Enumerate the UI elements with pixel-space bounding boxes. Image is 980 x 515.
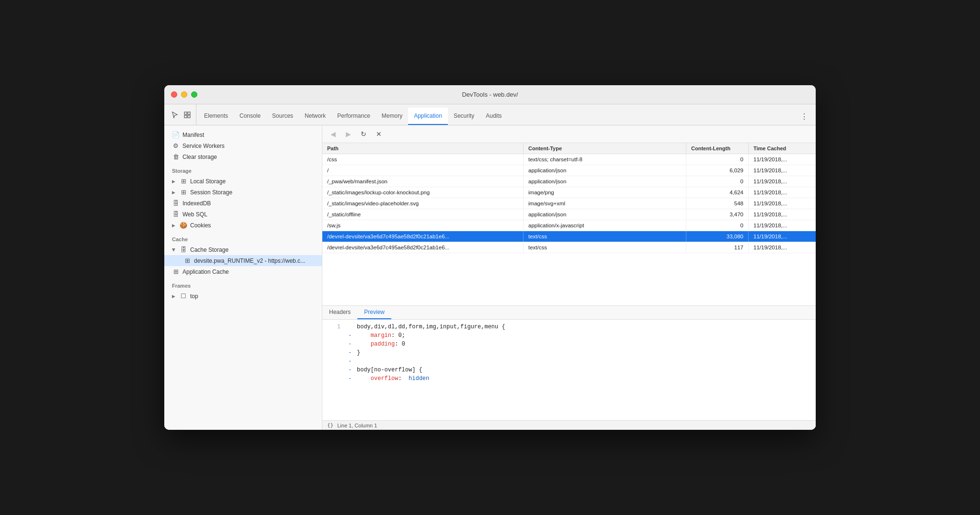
refresh-button[interactable]: ↻ xyxy=(358,128,369,140)
clear-button[interactable]: ✕ xyxy=(373,128,385,140)
tab-performance[interactable]: Performance xyxy=(331,108,376,125)
expand-cache-storage-icon xyxy=(172,247,177,252)
cache-storage-label: Cache Storage xyxy=(190,246,228,253)
th-content-type: Content-Type xyxy=(524,143,686,154)
td-time-cached: 11/19/2018,... xyxy=(749,198,816,209)
td-content-type: application/json xyxy=(524,209,686,220)
table-row[interactable]: /_static/images/lockup-color-knockout.pn… xyxy=(322,187,816,198)
tab-elements[interactable]: Elements xyxy=(198,108,234,125)
line-content-3: padding: 0 xyxy=(357,341,405,349)
tab-memory[interactable]: Memory xyxy=(376,108,408,125)
cookies-icon: 🍪 xyxy=(180,222,187,229)
line-number-4 xyxy=(326,349,341,358)
sidebar-item-manifest[interactable]: 📄 Manifest xyxy=(164,129,322,140)
tab-preview[interactable]: Preview xyxy=(357,306,391,319)
frames-top-label: top xyxy=(190,293,198,300)
td-path: /_static/images/lockup-color-knockout.pn… xyxy=(322,187,524,198)
table-row[interactable]: /sw.js application/x-javascript 0 11/19/… xyxy=(322,220,816,231)
content-toolbar: ◀ ▶ ↻ ✕ xyxy=(322,125,816,143)
td-time-cached: 11/19/2018,... xyxy=(749,187,816,198)
table-row[interactable]: /_static/offline application/json 3,470 … xyxy=(322,209,816,220)
sidebar-clear-storage-label: Clear storage xyxy=(182,154,316,160)
cursor-icon[interactable] xyxy=(170,110,180,120)
table-row[interactable]: /devrel-devsite/va3e6d7c495ae58d2f0c21ab… xyxy=(322,231,816,242)
sidebar-web-sql[interactable]: 🗄 Web SQL xyxy=(164,209,322,220)
td-time-cached: 11/19/2018,... xyxy=(749,154,816,165)
sidebar-service-workers-label: Service Workers xyxy=(182,143,316,149)
td-time-cached: 11/19/2018,... xyxy=(749,242,816,253)
minimize-button[interactable] xyxy=(181,91,187,98)
sidebar-item-clear-storage[interactable]: 🗑 Clear storage xyxy=(164,151,322,162)
traffic-lights xyxy=(171,91,197,98)
sidebar-manifest-label: Manifest xyxy=(182,132,316,138)
td-content-type: text/css xyxy=(524,242,686,253)
code-line-7: - overflow: hidden xyxy=(322,375,816,384)
code-line-5: - xyxy=(322,358,816,367)
td-content-type: image/png xyxy=(524,187,686,198)
sidebar-cookies[interactable]: 🍪 Cookies xyxy=(164,220,322,231)
storage-section-header: Storage xyxy=(164,162,322,176)
tab-security[interactable]: Security xyxy=(448,108,480,125)
more-tabs-button[interactable]: ⋮ xyxy=(795,108,814,125)
line-minus-3: - xyxy=(348,341,355,349)
code-viewer: 1 body,div,dl,dd,form,img,input,figure,m… xyxy=(322,320,816,388)
inspector-icon[interactable] xyxy=(182,110,192,120)
cache-devsite-label: devsite.pwa_RUNTIME_v2 - https://web.c..… xyxy=(194,258,316,264)
sidebar-item-service-workers[interactable]: ⚙ Service Workers xyxy=(164,140,322,151)
expand-local-storage-icon xyxy=(172,179,177,184)
close-button[interactable] xyxy=(171,91,177,98)
td-content-length: 4,624 xyxy=(686,187,749,198)
frames-section-header: Frames xyxy=(164,277,322,291)
svg-rect-2 xyxy=(184,115,187,118)
tab-console[interactable]: Console xyxy=(234,108,266,125)
service-workers-icon: ⚙ xyxy=(172,142,180,149)
sidebar-cache-devsite[interactable]: ⊞ devsite.pwa_RUNTIME_v2 - https://web.c… xyxy=(164,255,322,266)
code-line-4: - } xyxy=(322,349,816,358)
local-storage-icon: ⊞ xyxy=(180,178,187,185)
panel-content: 1 body,div,dl,dd,form,img,input,figure,m… xyxy=(322,320,816,420)
tab-sources[interactable]: Sources xyxy=(266,108,299,125)
line-content-7: overflow: hidden xyxy=(357,375,429,384)
code-line-3: - padding: 0 xyxy=(322,341,816,349)
table-row[interactable]: / application/json 6,029 11/19/2018,... xyxy=(322,165,816,176)
td-content-type: application/json xyxy=(524,165,686,176)
sidebar-local-storage[interactable]: ⊞ Local Storage xyxy=(164,176,322,187)
indexeddb-label: IndexedDB xyxy=(182,200,316,207)
sidebar-indexeddb[interactable]: 🗄 IndexedDB xyxy=(164,198,322,209)
sidebar-application-cache[interactable]: ⊞ Application Cache xyxy=(164,266,322,277)
td-path: /devrel-devsite/va3e6d7c495ae58d2f0c21ab… xyxy=(322,242,524,253)
td-content-length: 0 xyxy=(686,176,749,187)
table-row[interactable]: /_static/images/video-placeholder.svg im… xyxy=(322,198,816,209)
line-content-1: body,div,dl,dd,form,img,input,figure,men… xyxy=(357,324,505,332)
main-layout: 📄 Manifest ⚙ Service Workers 🗑 Clear sto… xyxy=(164,125,816,430)
line-minus-2: - xyxy=(348,332,355,341)
sidebar-session-storage[interactable]: ⊞ Session Storage xyxy=(164,187,322,198)
td-path: / xyxy=(322,165,524,176)
application-cache-label: Application Cache xyxy=(182,269,316,275)
table-row[interactable]: /devrel-devsite/va3e6d7c495ae58d2f0c21ab… xyxy=(322,242,816,253)
tab-audits[interactable]: Audits xyxy=(480,108,507,125)
tab-network[interactable]: Network xyxy=(299,108,331,125)
back-button[interactable]: ◀ xyxy=(327,128,339,140)
cache-storage-icon: 🗄 xyxy=(180,246,187,253)
application-cache-icon: ⊞ xyxy=(172,268,180,275)
expand-session-storage-icon xyxy=(172,190,177,195)
sidebar-cache-storage[interactable]: 🗄 Cache Storage xyxy=(164,244,322,255)
content-area: ◀ ▶ ↻ ✕ Path Content-Type Content-Length… xyxy=(322,125,816,430)
tab-headers[interactable]: Headers xyxy=(322,306,357,319)
session-storage-label: Session Storage xyxy=(190,189,232,196)
status-braces-icon: {} xyxy=(327,422,333,428)
td-content-length: 6,029 xyxy=(686,165,749,176)
table-rows: /css text/css; charset=utf-8 0 11/19/201… xyxy=(322,154,816,253)
maximize-button[interactable] xyxy=(191,91,197,98)
cache-section-header: Cache xyxy=(164,231,322,244)
forward-button[interactable]: ▶ xyxy=(342,128,354,140)
table-row[interactable]: /css text/css; charset=utf-8 0 11/19/201… xyxy=(322,154,816,165)
tab-application[interactable]: Application xyxy=(408,108,448,125)
td-path: /_pwa/web/manifest.json xyxy=(322,176,524,187)
table-row[interactable]: /_pwa/web/manifest.json application/json… xyxy=(322,176,816,187)
td-time-cached: 11/19/2018,... xyxy=(749,176,816,187)
sidebar-frames-top[interactable]: ☐ top xyxy=(164,291,322,302)
td-content-length: 117 xyxy=(686,242,749,253)
td-content-type: text/css; charset=utf-8 xyxy=(524,154,686,165)
